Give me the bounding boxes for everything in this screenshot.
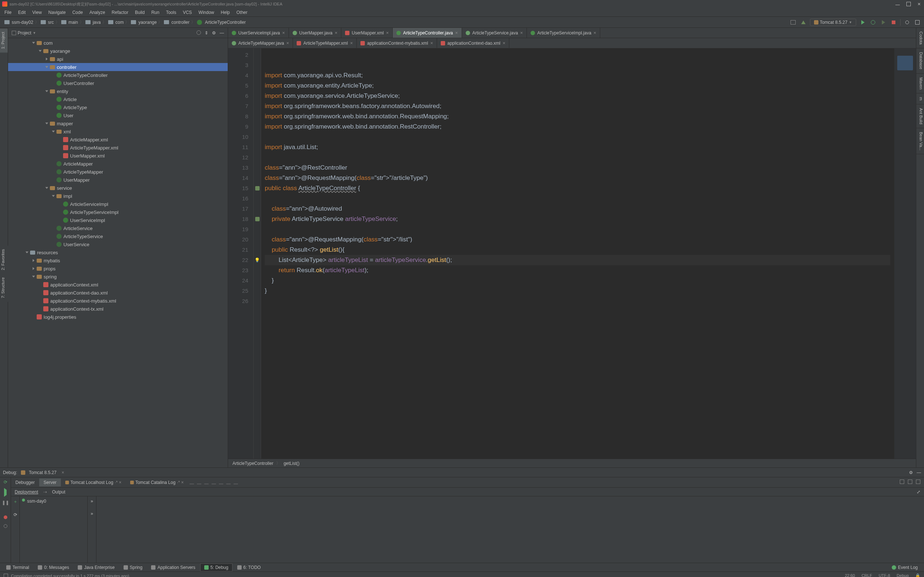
run-to-cursor-icon[interactable] (225, 479, 232, 486)
search-everywhere[interactable] (903, 19, 911, 26)
tool-project[interactable]: 1: Project (0, 28, 8, 52)
hide-icon[interactable]: — (917, 470, 921, 475)
drop-frame-icon[interactable] (217, 479, 225, 486)
tree-item-userserviceimpl[interactable]: UserServiceImpl (8, 216, 228, 224)
tab-usermapper-xml[interactable]: UserMapper.xml× (341, 28, 393, 38)
crumb-ssm-day02[interactable]: ssm-day02 (5, 20, 33, 25)
pause-icon[interactable]: ❚❚ (2, 500, 9, 505)
step-into-icon[interactable] (195, 479, 203, 486)
close-icon[interactable]: × (61, 470, 64, 475)
right-tool-codota[interactable]: Codota (916, 28, 924, 48)
menu-build[interactable]: Build (132, 9, 148, 16)
threads-icon[interactable] (908, 480, 912, 485)
run-config-dropdown[interactable]: Tomcat 8.5.27 ▼ (810, 19, 856, 26)
tree-item-mybatis[interactable]: mybatis (8, 256, 228, 264)
tree-item-articletype[interactable]: ArticleType (8, 103, 228, 111)
tree-item-applicationcontext-mybatis-xml[interactable]: applicationContext-mybatis.xml (8, 297, 228, 305)
menu-other[interactable]: Other (234, 9, 250, 16)
debug-tab-debugger[interactable]: Debugger (11, 479, 39, 487)
crumb-class[interactable]: ArticleTypeController (233, 461, 273, 466)
close-icon[interactable]: × (430, 40, 433, 46)
lock-icon[interactable]: 🔒 (915, 573, 920, 577)
close-icon[interactable]: × (286, 40, 289, 46)
right-tool-m[interactable]: m (916, 93, 924, 105)
menu-tools[interactable]: Tools (163, 9, 179, 16)
twisty-icon[interactable] (44, 185, 49, 190)
tree-item-props[interactable]: props (8, 264, 228, 272)
build-icon[interactable] (800, 19, 807, 26)
close-icon[interactable]: × (335, 30, 338, 35)
context[interactable]: Debug (897, 573, 909, 577)
subtab-output[interactable]: Output (52, 490, 65, 495)
tree-item-articletypemapper-xml[interactable]: ArticleTypeMapper.xml (8, 143, 228, 152)
close-icon[interactable]: × (386, 30, 389, 35)
tree-item-articletypemapper[interactable]: ArticleTypeMapper (8, 168, 228, 176)
close-icon[interactable]: × (455, 30, 458, 35)
tab-usermapper-java[interactable]: UserMapper.java× (289, 28, 341, 38)
twisty-icon[interactable] (44, 89, 49, 94)
menu-code[interactable]: Code (69, 9, 86, 16)
locate-icon[interactable] (197, 31, 201, 35)
close-icon[interactable]: × (520, 30, 523, 35)
stop-button[interactable] (890, 19, 897, 26)
event-log[interactable]: Event Log (888, 563, 922, 572)
ide-settings-icon[interactable] (914, 19, 921, 26)
tree-item-user[interactable]: User (8, 111, 228, 119)
step-out-icon[interactable] (210, 479, 217, 486)
breakpoints-icon[interactable] (4, 516, 7, 519)
debug-button[interactable] (869, 19, 877, 26)
crumb-java[interactable]: java (86, 20, 101, 25)
twisty-icon[interactable] (31, 258, 36, 263)
menu-refactor[interactable]: Refactor (109, 9, 131, 16)
tree-item-articletypeservice[interactable]: ArticleTypeService (8, 232, 228, 240)
close-icon[interactable]: ·* × (115, 480, 121, 485)
deploy-refresh-icon[interactable]: ⟳ (14, 512, 17, 517)
gutter-run-icon[interactable] (255, 186, 260, 190)
left-tool-2--favorites[interactable]: 2: Favorites (0, 245, 8, 274)
bottom-tab-terminal[interactable]: Terminal (2, 563, 33, 572)
artifact-label[interactable]: ssm-day0 (27, 499, 46, 504)
tree-item-articletypeserviceimpl[interactable]: ArticleTypeServiceImpl (8, 208, 228, 216)
tree-item-controller[interactable]: controller (8, 63, 228, 71)
twisty-icon[interactable] (51, 129, 56, 134)
crumb-com[interactable]: com (108, 20, 124, 25)
tab-userserviceimpl-java[interactable]: UserServiceImpl.java× (228, 28, 289, 38)
intention-bulb-icon[interactable]: 💡 (254, 255, 260, 265)
tree-item-spring[interactable]: spring (8, 272, 228, 280)
menu-edit[interactable]: Edit (15, 9, 29, 16)
tree-item-mapper[interactable]: mapper (8, 119, 228, 127)
mute-icon[interactable] (4, 524, 7, 528)
tree-item-resources[interactable]: resources (8, 248, 228, 256)
debug-tab-tomcat-catalina-log[interactable]: Tomcat Catalina Log ·* × (126, 479, 188, 487)
tab-articletypemapper-xml[interactable]: ArticleTypeMapper.xml× (293, 38, 357, 48)
window-minimize[interactable] (895, 5, 900, 5)
twisty-icon[interactable] (44, 121, 49, 126)
layout-icon[interactable] (790, 19, 797, 26)
gutter-run-icon[interactable] (255, 217, 260, 221)
status-icon[interactable] (4, 574, 8, 577)
run-button[interactable] (859, 19, 866, 26)
settings-icon[interactable] (916, 480, 920, 485)
bottom-tab-application-servers[interactable]: Application Servers (147, 563, 199, 572)
tree-item-com[interactable]: com (8, 39, 228, 47)
menu-view[interactable]: View (29, 9, 45, 16)
right-tool-ant-build[interactable]: Ant Build (916, 105, 924, 128)
menu-analyze[interactable]: Analyze (87, 9, 108, 16)
tree-item-yaorange[interactable]: yaorange (8, 47, 228, 55)
menu-vcs[interactable]: VCS (180, 9, 195, 16)
gear-icon[interactable]: ⚙ (212, 31, 216, 35)
menu-help[interactable]: Help (218, 9, 233, 16)
tree-item-applicationcontext-dao-xml[interactable]: applicationContext-dao.xml (8, 288, 228, 297)
tree-item-usercontroller[interactable]: UserController (8, 79, 228, 87)
menu-navigate[interactable]: Navigate (45, 9, 69, 16)
subtab-deployment[interactable]: Deployment (15, 490, 38, 495)
right-tool-maven[interactable]: Maven (916, 74, 924, 93)
step-over-icon[interactable] (188, 479, 195, 486)
menu-window[interactable]: Window (195, 9, 217, 16)
close-icon[interactable]: ·* × (177, 480, 184, 485)
tree-item-impl[interactable]: impl (8, 192, 228, 200)
gutter-marks[interactable]: 💡 (254, 48, 261, 459)
tree-item-api[interactable]: api (8, 55, 228, 63)
resume-icon[interactable] (4, 490, 6, 495)
left-tool-7--structure[interactable]: 7: Structure (0, 274, 8, 302)
